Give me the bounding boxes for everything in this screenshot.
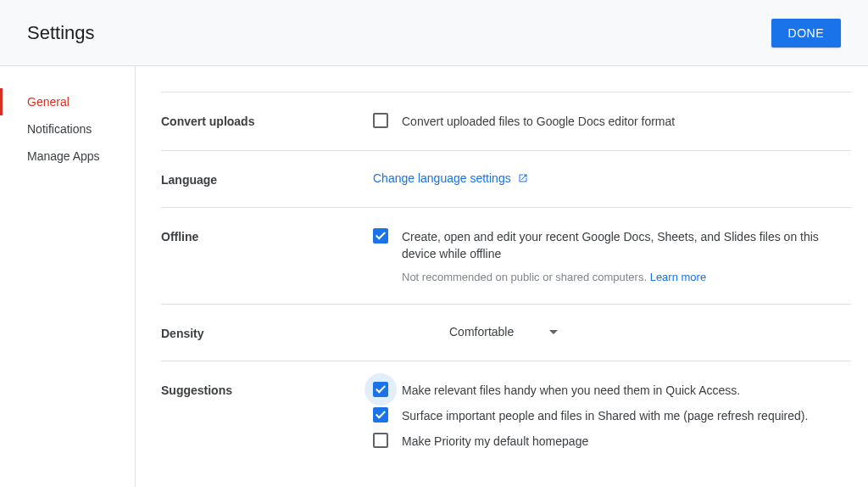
chevron-down-icon [549, 330, 558, 334]
suggestion-label: Make relevant files handy when you need … [402, 382, 740, 399]
sidebar-item-label: General [27, 95, 70, 109]
section-content: Comfortable [373, 325, 851, 340]
settings-sidebar: General Notifications Manage Apps [0, 66, 136, 487]
offline-label: Create, open and edit your recent Google… [402, 228, 851, 262]
suggestion-shared-checkbox[interactable] [373, 407, 388, 423]
change-language-link[interactable]: Change language settings [373, 171, 528, 185]
sidebar-item-label: Manage Apps [27, 149, 100, 163]
section-language: Language Change language settings [161, 151, 851, 208]
page-title: Settings [27, 22, 95, 44]
settings-header: Settings DONE [0, 0, 868, 66]
section-suggestions: Suggestions Make relevant files handy wh… [161, 361, 851, 470]
section-density: Density Comfortable [161, 305, 851, 361]
section-content: Convert uploaded files to Google Docs ed… [373, 113, 851, 130]
learn-more-link[interactable]: Learn more [650, 271, 706, 283]
convert-uploads-row: Convert uploaded files to Google Docs ed… [373, 113, 851, 130]
section-content: Create, open and edit your recent Google… [373, 228, 851, 283]
section-label: Offline [161, 228, 373, 283]
offline-hint: Not recommended on public or shared comp… [402, 271, 851, 283]
section-convert-uploads: Convert uploads Convert uploaded files t… [161, 92, 851, 151]
suggestion-row-priority: Make Priority my default homepage [373, 433, 851, 450]
suggestion-row-shared: Surface important people and files in Sh… [373, 407, 851, 424]
done-button[interactable]: DONE [771, 19, 841, 48]
density-select[interactable]: Comfortable [373, 325, 851, 339]
hint-text: Not recommended on public or shared comp… [402, 271, 650, 283]
sidebar-item-general[interactable]: General [0, 88, 135, 115]
suggestion-quick-access-checkbox[interactable] [373, 382, 388, 397]
section-offline: Offline Create, open and edit your recen… [161, 208, 851, 305]
section-content: Make relevant files handy when you need … [373, 382, 851, 450]
section-label: Suggestions [161, 382, 373, 450]
sidebar-item-label: Notifications [27, 122, 92, 136]
body-area: General Notifications Manage Apps Conver… [0, 66, 868, 487]
suggestion-priority-checkbox[interactable] [373, 433, 388, 448]
section-label: Language [161, 171, 373, 187]
section-content: Change language settings [373, 171, 851, 187]
suggestion-label: Surface important people and files in Sh… [402, 407, 808, 424]
external-link-icon [518, 173, 528, 183]
section-label: Density [161, 325, 373, 340]
density-value: Comfortable [449, 325, 542, 339]
settings-content[interactable]: Convert uploads Convert uploaded files t… [136, 66, 868, 487]
sidebar-item-notifications[interactable]: Notifications [0, 115, 135, 143]
offline-row: Create, open and edit your recent Google… [373, 228, 851, 262]
section-label: Convert uploads [161, 113, 373, 130]
suggestion-row-quick-access: Make relevant files handy when you need … [373, 382, 851, 399]
suggestion-label: Make Priority my default homepage [402, 433, 588, 450]
convert-uploads-label: Convert uploaded files to Google Docs ed… [402, 113, 675, 130]
sidebar-item-manage-apps[interactable]: Manage Apps [0, 143, 135, 170]
offline-checkbox[interactable] [373, 228, 388, 244]
convert-uploads-checkbox[interactable] [373, 113, 388, 128]
link-text: Change language settings [373, 171, 511, 185]
